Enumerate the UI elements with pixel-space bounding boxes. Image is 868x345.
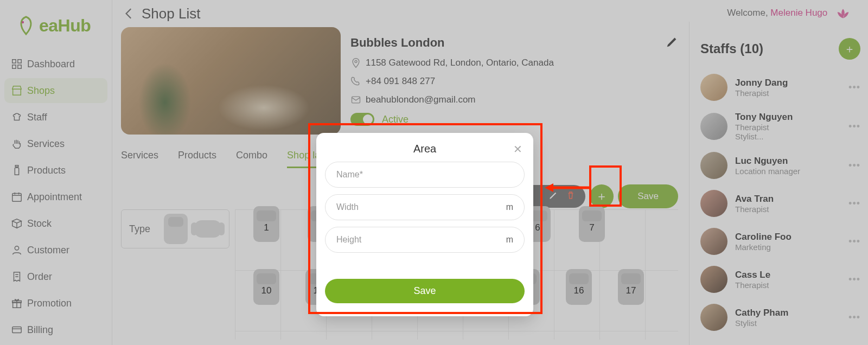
sidebar-item-label: Dashboard — [27, 59, 75, 70]
more-icon[interactable]: ••• — [848, 312, 860, 323]
more-icon[interactable]: ••• — [848, 198, 860, 209]
active-label: Active — [382, 114, 409, 125]
sidebar-item-billing[interactable]: Billing — [4, 317, 107, 342]
more-icon[interactable]: ••• — [848, 121, 860, 132]
width-placeholder: Width — [336, 202, 359, 212]
hand-icon — [11, 138, 23, 150]
more-icon[interactable]: ••• — [848, 274, 860, 285]
tab-services[interactable]: Services — [121, 150, 158, 168]
tab-combo[interactable]: Combo — [236, 150, 267, 168]
sidebar-item-staff[interactable]: Staff — [4, 105, 107, 130]
width-unit: m — [506, 202, 513, 212]
seat-type-1-icon[interactable] — [164, 214, 188, 244]
chair-17[interactable]: 17 — [615, 269, 647, 304]
area-modal: Area ✕ Name* Width m Height m Save — [316, 133, 533, 316]
staff-role: Stylist — [735, 318, 788, 328]
header: Shop List Welcome, Melenie Hugo — [112, 0, 868, 22]
svg-rect-4 — [18, 65, 21, 68]
svg-rect-3 — [12, 65, 16, 68]
sidebar-item-label: Services — [27, 138, 65, 150]
staff-name: Cathy Pham — [735, 308, 788, 318]
sidebar-item-products[interactable]: Products — [4, 158, 107, 183]
staff-item[interactable]: Caroline FooMarketing••• — [700, 222, 860, 260]
shop-name: Bubbles London — [350, 36, 445, 50]
phone-icon — [350, 76, 361, 87]
sidebar-item-stock[interactable]: Stock — [4, 211, 107, 236]
chair-1[interactable]: 1 — [250, 206, 283, 241]
type-label: Type — [129, 223, 150, 235]
close-icon[interactable]: ✕ — [513, 143, 522, 156]
logo: eaHub — [0, 0, 112, 39]
svg-rect-5 — [12, 194, 22, 202]
welcome-prefix: Welcome, — [727, 8, 770, 18]
staffs-panel: Staffs (10) ＋ Jonny DangTherapist•••Tony… — [689, 22, 868, 345]
width-field[interactable]: Width m — [325, 194, 525, 220]
shop-phone: +84 091 848 277 — [366, 76, 435, 87]
staff-role: TherapistStylist... — [735, 123, 793, 141]
svg-rect-11 — [352, 97, 360, 103]
logo-icon — [15, 15, 37, 36]
card-icon — [11, 324, 23, 336]
sidebar-item-services[interactable]: Services — [4, 131, 107, 156]
more-icon[interactable]: ••• — [848, 236, 860, 247]
avatar — [700, 152, 727, 179]
sidebar-item-promotion[interactable]: Promotion — [4, 291, 107, 316]
welcome-user: Melenie Hugo — [770, 8, 827, 18]
avatar — [700, 113, 727, 140]
svg-rect-1 — [12, 60, 16, 63]
sidebar-item-appointment[interactable]: Appointment — [4, 184, 107, 209]
seat-type-2-icon[interactable] — [194, 220, 221, 238]
sidebar-item-order[interactable]: Order — [4, 264, 107, 289]
staff-name: Jonny Dang — [735, 78, 788, 88]
chair-10[interactable]: 10 — [250, 269, 283, 304]
sidebar-item-label: Billing — [27, 324, 53, 336]
sidebar-item-dashboard[interactable]: Dashboard — [4, 52, 107, 76]
add-staff-button[interactable]: ＋ — [839, 38, 860, 60]
receipt-icon — [11, 271, 23, 283]
staff-name: Ava Tran — [735, 194, 774, 205]
sidebar-item-label: Appointment — [27, 191, 82, 203]
more-icon[interactable]: ••• — [848, 160, 860, 171]
edit-area-icon[interactable] — [548, 190, 558, 202]
modal-title: Area — [413, 143, 436, 155]
pin-icon — [350, 58, 361, 68]
staff-role: Therapist — [735, 205, 774, 214]
nav: DashboardShopsStaffServicesProductsAppoi… — [0, 39, 112, 342]
staff-role: Therapist — [735, 280, 770, 290]
tab-products[interactable]: Products — [178, 150, 216, 168]
staff-item[interactable]: Jonny DangTherapist••• — [700, 68, 860, 106]
save-layout-button[interactable]: Save — [618, 184, 678, 208]
staff-item[interactable]: Cass LeTherapist••• — [700, 260, 860, 298]
name-placeholder: Name* — [336, 170, 363, 180]
back-icon[interactable] — [122, 7, 136, 21]
logo-text: eaHub — [39, 16, 91, 36]
chair-7[interactable]: 7 — [576, 206, 608, 241]
sidebar-item-shops[interactable]: Shops — [4, 78, 107, 103]
staff-item[interactable]: Luc NguyenLocation manager••• — [700, 146, 860, 184]
staffs-title: Staffs (10) — [700, 41, 763, 56]
svg-rect-9 — [12, 327, 22, 333]
avatar — [700, 190, 727, 217]
more-icon[interactable]: ••• — [848, 82, 860, 93]
staff-item[interactable]: Ava TranTherapist••• — [700, 184, 860, 222]
delete-area-icon[interactable] — [566, 190, 576, 202]
lotus-icon — [835, 6, 851, 21]
add-area-button[interactable]: ＋ — [590, 184, 614, 208]
height-field[interactable]: Height m — [325, 227, 525, 253]
staff-item[interactable]: Cathy PhamStylist••• — [700, 298, 860, 336]
type-selector[interactable]: Type — [121, 209, 229, 248]
sidebar-item-customer[interactable]: Customer — [4, 238, 107, 263]
sidebar-item-label: Staff — [27, 112, 47, 123]
active-toggle[interactable] — [350, 113, 374, 126]
name-field[interactable]: Name* — [325, 162, 525, 188]
edit-icon[interactable] — [666, 36, 678, 48]
staff-name: Tony Nguyen — [735, 112, 793, 123]
staff-item[interactable]: Tony NguyenTherapistStylist...••• — [700, 106, 860, 146]
store-icon — [11, 85, 23, 97]
chair-16[interactable]: 16 — [563, 269, 595, 304]
mail-icon — [350, 94, 361, 105]
page-title: Shop List — [142, 5, 200, 22]
staff-role: Marketing — [735, 242, 792, 252]
modal-save-button[interactable]: Save — [325, 279, 525, 303]
staff-name: Luc Nguyen — [735, 156, 800, 167]
